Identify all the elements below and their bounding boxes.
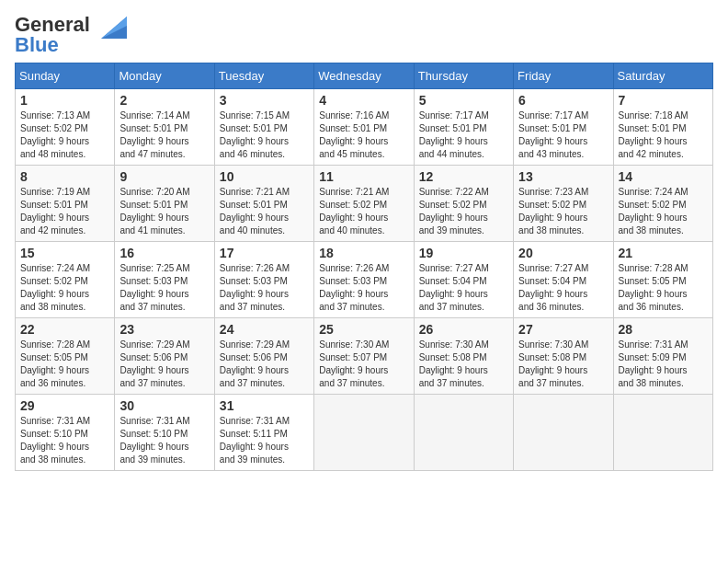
table-row: 27Sunrise: 7:30 AM Sunset: 5:08 PM Dayli… xyxy=(514,318,613,395)
day-info: Sunrise: 7:30 AM Sunset: 5:08 PM Dayligh… xyxy=(518,339,608,390)
col-header-sunday: Sunday xyxy=(16,63,115,89)
day-number: 21 xyxy=(619,246,708,260)
table-row: 8Sunrise: 7:19 AM Sunset: 5:01 PM Daylig… xyxy=(16,166,115,242)
day-info: Sunrise: 7:19 AM Sunset: 5:01 PM Dayligh… xyxy=(20,186,109,237)
table-row: 31Sunrise: 7:31 AM Sunset: 5:11 PM Dayli… xyxy=(214,395,313,471)
calendar-table: SundayMondayTuesdayWednesdayThursdayFrid… xyxy=(15,63,713,471)
day-number: 10 xyxy=(220,169,309,184)
day-info: Sunrise: 7:21 AM Sunset: 5:01 PM Dayligh… xyxy=(220,186,309,237)
day-info: Sunrise: 7:29 AM Sunset: 5:06 PM Dayligh… xyxy=(119,339,209,390)
day-number: 27 xyxy=(518,322,608,337)
day-number: 4 xyxy=(319,93,408,108)
day-info: Sunrise: 7:27 AM Sunset: 5:04 PM Dayligh… xyxy=(419,262,508,314)
table-row: 23Sunrise: 7:29 AM Sunset: 5:06 PM Dayli… xyxy=(115,318,214,395)
day-number: 24 xyxy=(220,322,309,337)
day-info: Sunrise: 7:21 AM Sunset: 5:02 PM Dayligh… xyxy=(319,186,408,237)
day-info: Sunrise: 7:31 AM Sunset: 5:10 PM Dayligh… xyxy=(20,415,109,466)
table-row: 7Sunrise: 7:18 AM Sunset: 5:01 PM Daylig… xyxy=(613,89,712,166)
day-number: 31 xyxy=(220,398,309,413)
table-row: 21Sunrise: 7:28 AM Sunset: 5:05 PM Dayli… xyxy=(613,242,712,318)
day-number: 7 xyxy=(619,93,708,108)
day-info: Sunrise: 7:15 AM Sunset: 5:01 PM Dayligh… xyxy=(220,109,309,161)
day-info: Sunrise: 7:31 AM Sunset: 5:09 PM Dayligh… xyxy=(619,339,708,390)
logo-icon xyxy=(92,13,127,40)
logo-blue: Blue xyxy=(15,33,59,56)
day-info: Sunrise: 7:22 AM Sunset: 5:02 PM Dayligh… xyxy=(419,186,508,237)
day-info: Sunrise: 7:24 AM Sunset: 5:02 PM Dayligh… xyxy=(619,186,708,237)
logo-text: General Blue xyxy=(15,15,90,55)
day-info: Sunrise: 7:28 AM Sunset: 5:05 PM Dayligh… xyxy=(619,262,708,314)
day-number: 3 xyxy=(220,93,309,108)
day-number: 2 xyxy=(119,93,209,108)
day-number: 13 xyxy=(518,169,608,184)
day-number: 20 xyxy=(518,246,608,260)
day-number: 16 xyxy=(119,246,209,260)
day-info: Sunrise: 7:14 AM Sunset: 5:01 PM Dayligh… xyxy=(119,109,209,161)
table-row xyxy=(314,395,414,471)
day-info: Sunrise: 7:29 AM Sunset: 5:06 PM Dayligh… xyxy=(220,339,309,390)
logo: General Blue xyxy=(15,15,127,55)
day-number: 14 xyxy=(619,169,708,184)
table-row xyxy=(414,395,513,471)
day-number: 9 xyxy=(119,169,209,184)
day-info: Sunrise: 7:30 AM Sunset: 5:08 PM Dayligh… xyxy=(419,339,508,390)
day-info: Sunrise: 7:31 AM Sunset: 5:10 PM Dayligh… xyxy=(119,415,209,466)
table-row: 17Sunrise: 7:26 AM Sunset: 5:03 PM Dayli… xyxy=(214,242,313,318)
col-header-monday: Monday xyxy=(115,63,214,89)
table-row: 29Sunrise: 7:31 AM Sunset: 5:10 PM Dayli… xyxy=(16,395,115,471)
table-row: 5Sunrise: 7:17 AM Sunset: 5:01 PM Daylig… xyxy=(414,89,513,166)
day-info: Sunrise: 7:23 AM Sunset: 5:02 PM Dayligh… xyxy=(518,186,608,237)
day-number: 29 xyxy=(20,398,109,413)
day-number: 12 xyxy=(419,169,508,184)
table-row: 26Sunrise: 7:30 AM Sunset: 5:08 PM Dayli… xyxy=(414,318,513,395)
day-info: Sunrise: 7:13 AM Sunset: 5:02 PM Dayligh… xyxy=(20,109,109,161)
table-row: 3Sunrise: 7:15 AM Sunset: 5:01 PM Daylig… xyxy=(214,89,313,166)
table-row: 18Sunrise: 7:26 AM Sunset: 5:03 PM Dayli… xyxy=(314,242,414,318)
day-number: 8 xyxy=(20,169,109,184)
col-header-saturday: Saturday xyxy=(613,63,712,89)
table-row: 19Sunrise: 7:27 AM Sunset: 5:04 PM Dayli… xyxy=(414,242,513,318)
day-info: Sunrise: 7:31 AM Sunset: 5:11 PM Dayligh… xyxy=(220,415,309,466)
day-number: 17 xyxy=(220,246,309,260)
page-header: General Blue xyxy=(15,15,713,55)
day-info: Sunrise: 7:17 AM Sunset: 5:01 PM Dayligh… xyxy=(518,109,608,161)
table-row: 4Sunrise: 7:16 AM Sunset: 5:01 PM Daylig… xyxy=(314,89,414,166)
table-row: 24Sunrise: 7:29 AM Sunset: 5:06 PM Dayli… xyxy=(214,318,313,395)
table-row: 10Sunrise: 7:21 AM Sunset: 5:01 PM Dayli… xyxy=(214,166,313,242)
table-row: 20Sunrise: 7:27 AM Sunset: 5:04 PM Dayli… xyxy=(514,242,613,318)
day-info: Sunrise: 7:25 AM Sunset: 5:03 PM Dayligh… xyxy=(119,262,209,314)
day-number: 6 xyxy=(518,93,608,108)
table-row: 11Sunrise: 7:21 AM Sunset: 5:02 PM Dayli… xyxy=(314,166,414,242)
col-header-wednesday: Wednesday xyxy=(314,63,414,89)
day-info: Sunrise: 7:16 AM Sunset: 5:01 PM Dayligh… xyxy=(319,109,408,161)
day-number: 30 xyxy=(119,398,209,413)
day-number: 23 xyxy=(119,322,209,337)
col-header-friday: Friday xyxy=(514,63,613,89)
table-row: 13Sunrise: 7:23 AM Sunset: 5:02 PM Dayli… xyxy=(514,166,613,242)
day-info: Sunrise: 7:26 AM Sunset: 5:03 PM Dayligh… xyxy=(220,262,309,314)
table-row: 15Sunrise: 7:24 AM Sunset: 5:02 PM Dayli… xyxy=(16,242,115,318)
day-info: Sunrise: 7:26 AM Sunset: 5:03 PM Dayligh… xyxy=(319,262,408,314)
day-info: Sunrise: 7:24 AM Sunset: 5:02 PM Dayligh… xyxy=(20,262,109,314)
table-row: 1Sunrise: 7:13 AM Sunset: 5:02 PM Daylig… xyxy=(16,89,115,166)
table-row xyxy=(613,395,712,471)
day-number: 5 xyxy=(419,93,508,108)
day-number: 25 xyxy=(319,322,408,337)
table-row: 28Sunrise: 7:31 AM Sunset: 5:09 PM Dayli… xyxy=(613,318,712,395)
table-row: 6Sunrise: 7:17 AM Sunset: 5:01 PM Daylig… xyxy=(514,89,613,166)
table-row xyxy=(514,395,613,471)
day-number: 1 xyxy=(20,93,109,108)
table-row: 14Sunrise: 7:24 AM Sunset: 5:02 PM Dayli… xyxy=(613,166,712,242)
day-number: 19 xyxy=(419,246,508,260)
table-row: 9Sunrise: 7:20 AM Sunset: 5:01 PM Daylig… xyxy=(115,166,214,242)
table-row: 2Sunrise: 7:14 AM Sunset: 5:01 PM Daylig… xyxy=(115,89,214,166)
day-info: Sunrise: 7:20 AM Sunset: 5:01 PM Dayligh… xyxy=(119,186,209,237)
day-number: 26 xyxy=(419,322,508,337)
col-header-thursday: Thursday xyxy=(414,63,513,89)
day-number: 15 xyxy=(20,246,109,260)
day-info: Sunrise: 7:28 AM Sunset: 5:05 PM Dayligh… xyxy=(20,339,109,390)
day-info: Sunrise: 7:30 AM Sunset: 5:07 PM Dayligh… xyxy=(319,339,408,390)
day-number: 22 xyxy=(20,322,109,337)
col-header-tuesday: Tuesday xyxy=(214,63,313,89)
day-info: Sunrise: 7:17 AM Sunset: 5:01 PM Dayligh… xyxy=(419,109,508,161)
